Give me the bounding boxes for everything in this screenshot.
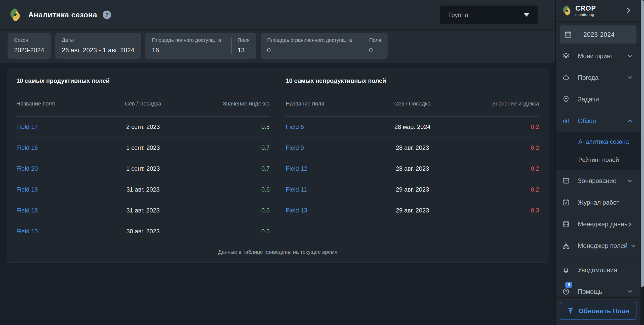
chevron-down-icon	[630, 243, 636, 249]
sidebar-item-field-manager[interactable]: Менеджер полей	[556, 235, 640, 257]
sidebar-item-label: Уведомления	[578, 266, 617, 274]
page-title: Аналитика сезона	[28, 11, 97, 19]
index-value: 0.3	[463, 207, 539, 214]
table-row: Field 928 авг. 20230.2	[286, 137, 539, 158]
update-plan-button[interactable]: Обновить План	[560, 302, 636, 320]
sowing-date: 2 сент. 2023	[92, 123, 194, 130]
index-value: 0.8	[194, 123, 270, 130]
submenu-item-season-analytics[interactable]: Аналитика сезона	[556, 133, 640, 151]
stat-value: 16	[152, 47, 221, 54]
sidebar-item-label: Зонирование	[578, 177, 616, 185]
field-link[interactable]: Field 17	[16, 123, 92, 130]
submenu-item-label: Рейтинг полей	[578, 156, 619, 163]
stat-label: Даты	[62, 37, 135, 43]
sidebar-item-label: Помощь	[578, 288, 602, 295]
pin-plus-icon	[562, 95, 570, 103]
table-row: Field 1129 авг. 20230.2	[286, 179, 539, 200]
sowing-date: 30 авг. 2023	[92, 228, 194, 235]
field-link[interactable]: Field 20	[16, 165, 92, 172]
sowing-date: 28 авг. 2023	[362, 144, 463, 151]
calendar-check-icon	[562, 199, 570, 206]
index-value: 0.2	[463, 123, 539, 130]
question-circle-icon	[562, 288, 570, 295]
sidebar-item-monitoring[interactable]: Мониторинг	[556, 45, 640, 67]
collapse-sidebar-icon[interactable]	[624, 6, 632, 15]
stat-card-dates: Даты 26 авг. 2023 - 1 авг. 2024	[55, 33, 141, 59]
season-selector[interactable]: 2023-2024	[560, 25, 636, 44]
season-stats-bar: Сезон 2023-2024 Даты 26 авг. 2023 - 1 ав…	[0, 30, 555, 63]
index-value: 0.2	[463, 165, 539, 172]
productive-fields-table: 10 самых продуктивных полей Название пол…	[16, 68, 270, 242]
submenu-item-label: Аналитика сезона	[578, 138, 629, 145]
sowing-date: 28 авг. 2023	[362, 165, 463, 172]
index-value: 0.7	[194, 165, 270, 172]
field-link[interactable]: Field 13	[286, 207, 362, 214]
sidebar-item-work-log[interactable]: Журнал работ	[556, 192, 640, 213]
index-value: 0.6	[194, 228, 270, 235]
sowing-date: 1 сент. 2023	[92, 165, 194, 172]
group-dropdown[interactable]: Группа	[440, 6, 538, 24]
field-link[interactable]: Field 12	[286, 165, 362, 172]
table-body: Field 172 сент. 20230.8Field 161 сент. 2…	[16, 117, 270, 242]
sowing-date: 1 сент. 2023	[92, 144, 194, 151]
table-row: Field 172 сент. 20230.8	[16, 117, 270, 137]
cloud-icon	[562, 74, 570, 81]
sidebar-item-label: Менеджер данных	[578, 221, 632, 228]
column-header-sowing: Сев / Посадка	[92, 100, 194, 107]
sidebar-item-label: Задачи	[578, 96, 599, 103]
submenu-item-field-rating[interactable]: Рейтинг полей	[556, 151, 640, 169]
sidebar-item-label: Обзор	[578, 117, 596, 125]
sidebar-item-label: Мониторинг	[578, 52, 613, 60]
field-link[interactable]: Field 18	[16, 207, 92, 214]
chevron-up-icon	[627, 118, 633, 124]
sowing-date: 29 авг. 2023	[362, 207, 463, 214]
stat-label: Сезон	[14, 37, 44, 43]
table-row: Field 161 сент. 20230.7	[16, 137, 270, 158]
stat-card-full-access: Площадь полного доступа, га 16 Поля 13	[145, 33, 256, 59]
field-link[interactable]: Field 10	[16, 228, 92, 235]
field-link[interactable]: Field 11	[286, 186, 362, 193]
layers-icon	[562, 52, 570, 60]
sowing-date: 31 авг. 2023	[92, 186, 194, 193]
column-header-field-name: Название поля	[16, 100, 92, 107]
stat-card-limited-access: Площадь ограниченного доступа, га 0 Поля…	[261, 33, 388, 59]
table-title: 10 самых продуктивных полей	[16, 68, 270, 91]
stat-label: Площадь полного доступа, га	[152, 37, 221, 43]
layout-icon	[562, 177, 570, 185]
sidebar-item-data-manager[interactable]: Менеджер данных	[556, 213, 640, 235]
sidebar-logo-block: CROP monitoring	[556, 0, 640, 22]
sidebar-item-notifications[interactable]: Уведомления	[556, 259, 640, 281]
sidebar-item-label: Погода	[578, 74, 598, 81]
brand-title: CROP	[575, 5, 596, 12]
stat-value: 26 авг. 2023 - 1 авг. 2024	[62, 47, 135, 54]
column-header-index: Значение индекса	[463, 100, 539, 107]
help-icon[interactable]: ?	[103, 11, 111, 19]
field-link[interactable]: Field 16	[16, 144, 92, 151]
table-header-row: Название поля Сев / Посадка Значение инд…	[286, 91, 539, 117]
brand-subtitle: monitoring	[575, 13, 596, 16]
update-plan-label: Обновить План	[579, 307, 629, 315]
stat-value: 2023-2024	[14, 47, 44, 54]
scrollbar-thumb[interactable]	[641, 0, 644, 287]
calendar-icon	[564, 31, 572, 38]
stat-sub-label: Поля	[369, 37, 381, 43]
index-value: 0.6	[194, 207, 270, 214]
sidebar-item-zoning[interactable]: Зонирование	[556, 170, 640, 192]
upload-icon	[567, 307, 574, 314]
table-row: Field 1030 авг. 20230.6	[16, 221, 270, 242]
sidebar-item-tasks[interactable]: Задачи	[556, 88, 640, 110]
field-link[interactable]: Field 9	[286, 144, 362, 151]
stat-label: Площадь ограниченного доступа, га	[267, 37, 352, 43]
chevron-down-icon	[627, 53, 633, 59]
crop-logo-icon	[9, 8, 22, 22]
field-link[interactable]: Field 19	[16, 186, 92, 193]
stat-sub-value: 13	[238, 47, 250, 54]
field-link[interactable]: Field 6	[286, 123, 362, 130]
window-scrollbar-track	[640, 0, 644, 325]
season-selector-label: 2023-2024	[583, 31, 615, 38]
stat-card-season: Сезон 2023-2024	[8, 33, 51, 59]
sidebar-item-weather[interactable]: Погода	[556, 67, 640, 88]
sidebar-item-overview[interactable]: Обзор	[556, 110, 640, 132]
stat-value: 0	[267, 47, 352, 54]
index-value: 0.6	[194, 186, 270, 193]
